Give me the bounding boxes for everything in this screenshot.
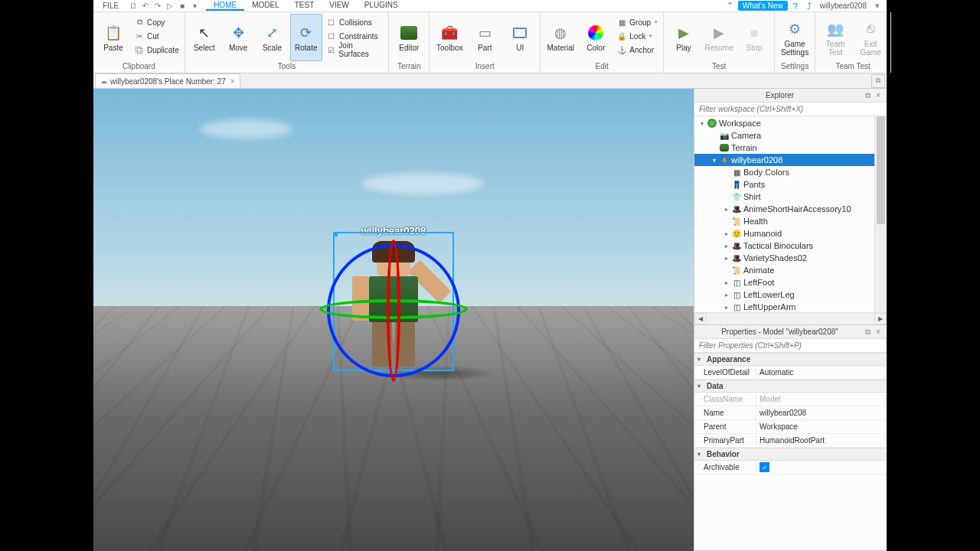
tree-row[interactable]: 👖Pants — [694, 178, 887, 191]
property-row[interactable]: PrimaryPartHumanoidRootPart — [694, 434, 887, 448]
explorer-close-icon[interactable]: × — [873, 90, 884, 101]
close-tab-icon[interactable]: × — [230, 77, 235, 86]
explorer-tree[interactable]: ▾Workspace📷CameraTerrain▾🧍willybear0208▦… — [694, 116, 887, 312]
resume-button[interactable]: ▶Resume — [702, 14, 736, 61]
toolbox-button[interactable]: 🧰Toolbox — [433, 14, 466, 61]
terrain-editor-button[interactable]: Editor — [392, 14, 426, 61]
rotate-button[interactable]: ⟳Rotate — [290, 14, 322, 61]
undo-icon[interactable]: ↶ — [140, 1, 151, 11]
tree-row[interactable]: ▸◫LeftUpperArm — [694, 301, 887, 312]
whats-new-button[interactable]: What's New — [738, 1, 788, 11]
tree-row[interactable]: ▦Body Colors — [694, 166, 887, 178]
properties-grid[interactable]: ▾AppearanceLevelOfDetailAutomatic▾DataCl… — [694, 353, 887, 550]
property-section-header[interactable]: ▾Data — [694, 380, 887, 393]
group-insert-label: Insert — [433, 62, 537, 71]
tree-row[interactable]: ▸◫LeftFoot — [694, 276, 887, 289]
tree-row[interactable]: 👕Shirt — [694, 191, 887, 203]
tab-plugins[interactable]: PLUGINS — [357, 1, 406, 11]
group-terrain-label: Terrain — [392, 62, 426, 71]
rotate-gizmo[interactable] — [327, 244, 460, 377]
anchor-button[interactable]: ⚓Anchor — [614, 43, 660, 57]
property-row[interactable]: ParentWorkspace — [694, 420, 887, 434]
team-test-button[interactable]: 👥Team Test — [818, 14, 852, 61]
tree-row[interactable]: ▾🧍willybear0208 — [694, 154, 887, 166]
property-section-header[interactable]: ▾Appearance — [694, 353, 887, 366]
group-teamtest-label: Team Test — [818, 62, 887, 71]
help-icon[interactable]: ? — [789, 0, 802, 12]
user-label[interactable]: willybear0208 — [817, 2, 870, 10]
tree-row[interactable]: 📷Camera — [694, 129, 887, 142]
exit-game-button[interactable]: ⎋Exit Game — [854, 14, 887, 61]
properties-filter-input[interactable] — [694, 339, 887, 353]
tree-row[interactable]: 📜Animate — [694, 264, 887, 276]
explorer-scrollbar[interactable] — [874, 116, 887, 312]
redo-icon[interactable]: ↷ — [152, 1, 163, 11]
play-button[interactable]: ▶Play — [667, 14, 701, 61]
paste-button[interactable]: 📋Paste — [96, 14, 130, 61]
tree-row[interactable]: 📜Health — [694, 215, 887, 227]
explorer-hscroll[interactable]: ◀▶ — [694, 312, 887, 324]
cut-button[interactable]: ✂Cut — [132, 29, 181, 43]
properties-close-icon[interactable]: × — [873, 327, 884, 337]
tree-row[interactable]: ▸🎩VarietyShades02 — [694, 252, 887, 264]
tab-home[interactable]: HOME — [206, 1, 244, 11]
tree-label: Tactical Binoculars — [743, 241, 813, 250]
collapse-ribbon-icon[interactable]: ⌃ — [724, 0, 737, 12]
share-icon[interactable]: ⤴ — [803, 0, 815, 12]
ribbon: 📋Paste ⧉Copy ✂Cut ⿻Duplicate Clipboard ↖… — [93, 12, 887, 73]
ui-button[interactable]: UI — [503, 14, 537, 61]
tree-label: willybear0208 — [731, 155, 782, 165]
menu-file[interactable]: FILE — [96, 2, 125, 10]
property-section-header[interactable]: ▾Behavior — [694, 448, 887, 461]
viewport-3d[interactable]: willybear0208 — [93, 89, 694, 551]
tree-row[interactable]: ▸🎩AnimeShortHairAccessory10 — [694, 203, 887, 215]
tree-label: VarietyShades02 — [743, 253, 807, 262]
game-settings-button[interactable]: ⚙Game Settings — [778, 14, 812, 61]
group-button[interactable]: ▦Group▾ — [614, 15, 660, 29]
tab-model[interactable]: MODEL — [244, 1, 287, 11]
tree-row[interactable]: ▸🙂Humanoid — [694, 227, 887, 240]
property-row[interactable]: Archivable✓ — [694, 461, 887, 474]
tree-row[interactable]: ▸🎩Tactical Binoculars — [694, 240, 887, 252]
material-button[interactable]: ◍Material — [544, 14, 577, 61]
stop-button[interactable]: ■Stop — [737, 14, 771, 61]
tree-row[interactable]: Terrain — [694, 142, 887, 154]
group-test-label: Test — [667, 62, 771, 71]
explorer-undock-icon[interactable]: ⧉ — [862, 90, 873, 101]
move-button[interactable]: ✥Move — [222, 14, 254, 61]
tree-icon: ◫ — [731, 289, 742, 300]
checkbox-icon[interactable]: ✓ — [760, 462, 769, 472]
property-row[interactable]: ClassNameModel — [694, 393, 887, 406]
select-button[interactable]: ↖Select — [188, 14, 220, 61]
collisions-toggle[interactable]: ☐Collisions — [324, 15, 385, 29]
tree-row[interactable]: ▸◫LeftLowerLeg — [694, 289, 887, 301]
tree-label: Humanoid — [743, 229, 782, 238]
color-button[interactable]: Color — [579, 14, 612, 61]
tab-test[interactable]: TEST — [287, 1, 322, 11]
property-row[interactable]: LevelOfDetailAutomatic — [694, 366, 887, 380]
user-menu-icon[interactable]: ▾ — [871, 0, 884, 12]
run-icon[interactable]: ▷ — [165, 1, 175, 11]
tab-view[interactable]: VIEW — [322, 1, 357, 11]
tree-icon: 🙂 — [731, 228, 742, 239]
duplicate-button[interactable]: ⿻Duplicate — [132, 43, 181, 57]
qat-more-icon[interactable]: ▾ — [189, 1, 200, 11]
tree-row[interactable]: ▾Workspace — [694, 117, 887, 129]
part-button[interactable]: ▭Part — [468, 14, 501, 61]
document-tab[interactable]: ☁ willybear0208's Place Number: 27 × — [95, 73, 240, 88]
stop-icon[interactable]: ■ — [177, 1, 188, 11]
explorer-filter-input[interactable] — [694, 103, 887, 116]
properties-undock-icon[interactable]: ⧉ — [862, 327, 873, 337]
tree-label: Shirt — [743, 192, 761, 201]
join-surfaces-toggle[interactable]: ☑Join Surfaces — [324, 43, 385, 57]
copy-button[interactable]: ⧉Copy — [132, 15, 181, 29]
property-row[interactable]: Namewillybear0208 — [694, 406, 887, 420]
maximize-viewport-icon[interactable]: ⧉ — [871, 74, 885, 88]
lock-button[interactable]: 🔒Lock▾ — [614, 29, 660, 43]
quick-access-toolbar: 🗋 ↶ ↷ ▷ ■ ▾ — [128, 1, 200, 11]
tree-label: Camera — [731, 131, 761, 140]
group-edit-label: Edit — [544, 62, 660, 71]
scale-button[interactable]: ⤢Scale — [256, 14, 288, 61]
new-icon[interactable]: 🗋 — [128, 1, 139, 11]
document-tab-title: willybear0208's Place Number: 27 — [110, 77, 226, 86]
